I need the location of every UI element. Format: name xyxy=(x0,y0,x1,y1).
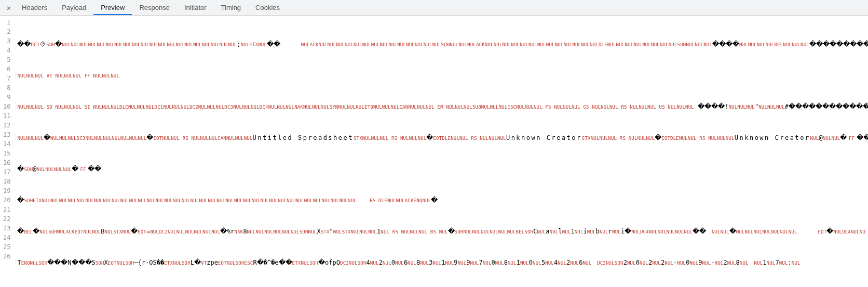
line-number: 21 xyxy=(3,205,10,214)
tab-payload[interactable]: Payload xyxy=(55,0,93,15)
line-number: 23 xyxy=(3,224,10,233)
line-number: 4 xyxy=(3,46,10,55)
line-number: 10 xyxy=(3,102,10,111)
line-number: 3 xyxy=(3,36,10,46)
tab-preview[interactable]: Preview xyxy=(93,0,132,15)
line-number: 25 xyxy=(3,242,10,252)
tab-headers[interactable]: Headers xyxy=(15,0,55,15)
preview-content: 1 2 3 4 5 6 7 8 9 10 11 12 13 14 15 16 1… xyxy=(0,16,868,287)
line-number: 11 xyxy=(3,111,10,121)
network-panel-header: ✕ Headers Payload Preview Response Initi… xyxy=(0,0,868,16)
line: NULNULNUL SO NULNULNUL SI NULNULNULDLENU… xyxy=(16,102,868,111)
tab-timing[interactable]: Timing xyxy=(214,0,249,15)
line-number: 8 xyxy=(3,83,10,93)
line-number: 17 xyxy=(3,167,10,177)
line: ��DC1⯑SUB�NULNULNULNULNULNULNULNULNULNUL… xyxy=(16,40,868,49)
line: �SOHETXNULNULNULNULNULNULNULNULNULNULNUL… xyxy=(16,195,868,205)
line-number: 15 xyxy=(3,149,10,158)
line-number: 26 xyxy=(3,252,10,261)
line-number: 19 xyxy=(3,186,10,195)
line-number: 22 xyxy=(3,214,10,224)
binary-preview[interactable]: ��DC1⯑SUB�NULNULNULNULNULNULNULNULNULNUL… xyxy=(16,18,868,287)
line-number: 2 xyxy=(3,27,10,36)
line-number: 14 xyxy=(3,139,10,149)
line-number: 18 xyxy=(3,177,10,186)
line: TENQNULSOH���N���SSOHXEOTNULSOH~{r·OS��E… xyxy=(16,258,868,267)
tab-cookies[interactable]: Cookies xyxy=(248,0,287,15)
line-number: 12 xyxy=(3,121,10,130)
tab-initiator[interactable]: Initiator xyxy=(177,0,214,15)
line: NULNULNUL VT NULNULNUL FF NULNULNUL xyxy=(16,71,868,80)
tab-bar: Headers Payload Preview Response Initiat… xyxy=(15,0,287,15)
line-number: 7 xyxy=(3,74,10,83)
tab-response[interactable]: Response xyxy=(132,0,177,15)
line: �BEL�NULSOHNULACKEOTNULNULBNULSTXNUL�EOT… xyxy=(16,227,868,236)
line-number: 6 xyxy=(3,64,10,74)
line-number: 5 xyxy=(3,55,10,64)
line-number: 24 xyxy=(3,233,10,242)
line-gutter: 1 2 3 4 5 6 7 8 9 10 11 12 13 14 15 16 1… xyxy=(0,18,16,261)
line: �SOH@NULNULNULNUL� FF �� xyxy=(16,164,868,174)
line-number: 20 xyxy=(3,195,10,205)
line-number: 16 xyxy=(3,158,10,167)
line-number: 1 xyxy=(3,18,10,27)
line-number: 9 xyxy=(3,93,10,102)
line: NULNULNUL�NULNULNULDC3NULNULNULNULNULNUL… xyxy=(16,133,868,142)
close-icon[interactable]: ✕ xyxy=(3,0,15,15)
line-number: 13 xyxy=(3,130,10,139)
